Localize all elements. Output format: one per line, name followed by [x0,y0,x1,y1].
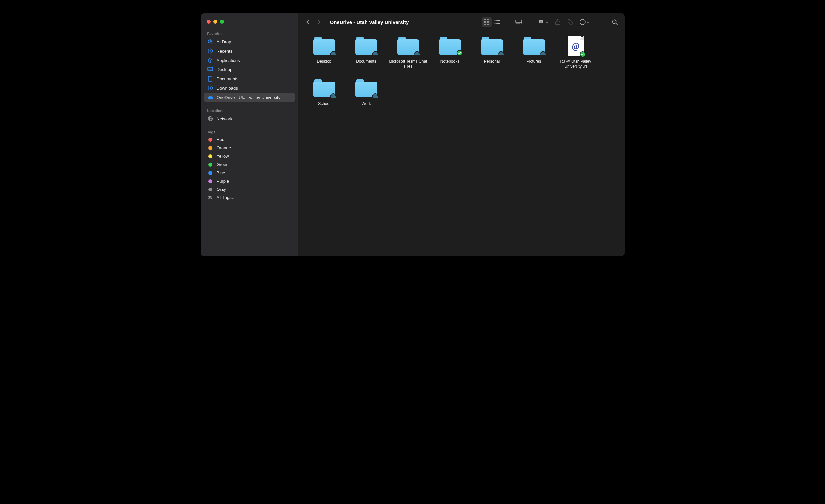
svg-rect-2 [208,68,213,71]
svg-rect-23 [516,20,522,23]
group-by-button[interactable] [537,17,550,27]
sidebar-item-orange[interactable]: Orange [204,144,295,152]
share-button[interactable] [553,17,563,27]
file-item[interactable]: Desktop [304,34,345,71]
gray-tag-icon [208,187,212,191]
search-icon [612,19,618,25]
blue-tag-icon [208,171,212,175]
icon-view-button[interactable] [482,17,492,27]
cloud-badge-icon [372,51,379,56]
sidebar-item-desktop[interactable]: Desktop [204,65,295,74]
back-button[interactable] [303,17,313,27]
sidebar-item-documents[interactable]: Documents [204,74,295,83]
sidebar-item-green[interactable]: Green [204,160,295,169]
sidebar-section-header: Favorites [204,29,295,37]
sidebar-item-label: Network [217,116,232,121]
share-icon [555,19,560,25]
file-item[interactable]: @RJ @ Utah Valley University.url [555,34,596,71]
sidebar-item-purple[interactable]: Purple [204,177,295,185]
svg-point-38 [584,22,585,22]
forward-button[interactable] [314,17,324,27]
toolbar: OneDrive - Utah Valley University [298,13,625,30]
file-label: Notebooks [440,59,459,64]
sidebar-item-label: Gray [217,187,226,192]
svg-rect-30 [542,20,543,21]
list-icon [494,20,500,24]
svg-rect-20 [505,20,511,24]
folder-icon [522,35,545,57]
cloud-icon [207,94,213,100]
gallery-icon [515,20,522,24]
svg-point-14 [495,20,496,21]
folder-icon [355,35,378,57]
file-item[interactable]: School [304,76,345,108]
desktop-icon [207,67,213,73]
list-view-button[interactable] [492,17,502,27]
file-item[interactable]: Notebooks [430,34,470,71]
svg-rect-24 [516,24,517,25]
sidebar-item-label: Purple [217,178,229,183]
cloud-badge-icon [372,93,379,99]
sidebar-item-yellow[interactable]: Yellow [204,152,295,160]
file-item[interactable]: Pictures [514,34,554,71]
file-item[interactable]: Personal [472,34,512,71]
gallery-view-button[interactable] [514,17,524,27]
sidebar-section-header: Locations [204,107,295,114]
chevron-down-icon [587,21,590,23]
content-area[interactable]: DesktopDocumentsMicrosoft Teams Chat Fil… [298,30,625,256]
sidebar-item-applications[interactable]: Applications [204,56,295,65]
nav-buttons [303,17,324,27]
svg-rect-12 [484,23,486,25]
file-label: Microsoft Teams Chat Files [388,59,428,69]
folder-icon [480,35,504,57]
sidebar-item-label: AirDrop [217,39,231,44]
file-label: Work [362,101,371,106]
chevron-left-icon [306,19,309,25]
green-tag-icon [208,163,212,167]
close-window-button[interactable] [207,20,211,24]
cloud-badge-icon [497,51,505,56]
maximize-window-button[interactable] [220,20,224,24]
sidebar-item-network[interactable]: Network [204,114,295,123]
file-item[interactable]: Microsoft Teams Chat Files [388,34,429,71]
synced-badge-icon [457,50,463,56]
chevron-down-icon [545,21,548,23]
svg-rect-27 [521,24,522,25]
file-item[interactable]: Documents [346,34,387,71]
items-grid: DesktopDocumentsMicrosoft Teams Chat Fil… [304,34,619,108]
sidebar-item-downloads[interactable]: Downloads [204,83,295,93]
tags-button[interactable] [566,17,576,27]
columns-icon [505,20,511,24]
sidebar-item-label: Green [217,162,229,167]
sidebar-item-red[interactable]: Red [204,135,295,144]
sidebar-item-all-tags[interactable]: All Tags… [204,193,295,202]
sidebar-item-label: All Tags… [217,195,236,200]
folder-icon [438,35,462,57]
sidebar-item-gray[interactable]: Gray [204,185,295,193]
sidebar-item-blue[interactable]: Blue [204,169,295,177]
sidebar-item-airdrop[interactable]: AirDrop [204,37,295,46]
cloud-badge-icon [539,51,546,56]
sidebar-item-recents[interactable]: Recents [204,46,295,56]
svg-point-39 [613,20,616,23]
finder-window: FavoritesAirDropRecentsApplicationsDeskt… [201,13,625,256]
svg-rect-19 [496,23,500,24]
minimize-window-button[interactable] [213,20,217,24]
column-view-button[interactable] [503,17,513,27]
sidebar-item-label: Recents [217,49,232,54]
folder-icon [313,35,336,57]
search-button[interactable] [610,17,620,27]
file-item[interactable]: Work [346,76,387,108]
file-label: Personal [484,59,500,64]
file-label: RJ @ Utah Valley University.url [556,59,595,69]
recents-icon [207,48,213,54]
network-icon [207,116,213,122]
sidebar-item-onedrive-utah-valley-university[interactable]: OneDrive - Utah Valley University [204,93,295,102]
chevron-right-icon [317,19,321,25]
svg-line-40 [616,23,618,25]
action-menu-button[interactable] [578,17,592,27]
ellipsis-circle-icon [580,19,586,25]
view-mode-group [482,17,524,27]
sidebar-item-label: Desktop [217,67,232,72]
svg-rect-13 [487,23,489,25]
